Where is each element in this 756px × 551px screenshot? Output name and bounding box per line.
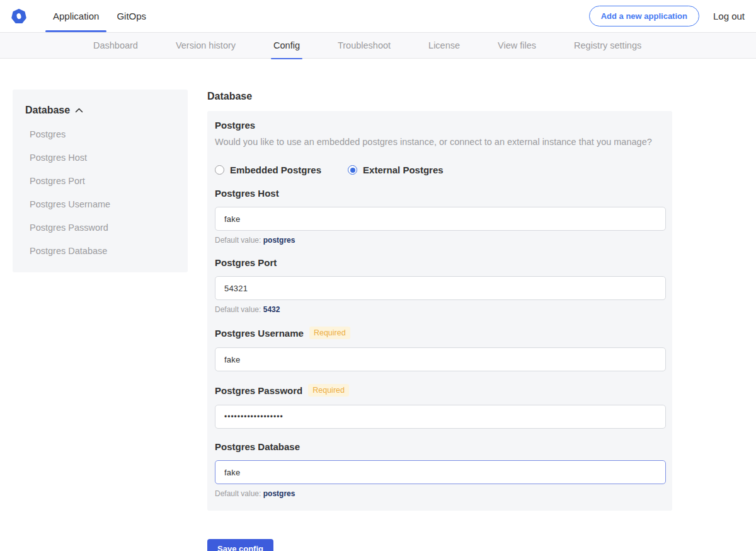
field-postgres-database: Postgres Database bbox=[215, 441, 666, 452]
sidebar-item-postgres-database[interactable]: Postgres Database bbox=[25, 246, 175, 256]
subnav-tab-view-files[interactable]: View files bbox=[498, 32, 536, 59]
config-sidebar: Database Postgres Postgres Host Postgres… bbox=[13, 90, 188, 272]
app-logo-icon bbox=[11, 9, 26, 24]
config-group-card: Postgres Would you like to use an embedd… bbox=[207, 111, 672, 511]
postgres-database-input[interactable] bbox=[215, 460, 666, 484]
field-postgres-port: Postgres Port bbox=[215, 257, 666, 268]
postgres-item-label: Postgres bbox=[215, 120, 666, 130]
default-prefix: Default value: bbox=[215, 305, 261, 314]
sidebar-item-postgres-port[interactable]: Postgres Port bbox=[25, 176, 175, 186]
sidebar-item-postgres[interactable]: Postgres bbox=[25, 129, 175, 139]
save-config-button[interactable]: Save config bbox=[207, 539, 273, 551]
postgres-password-label: Postgres Password bbox=[215, 385, 302, 396]
default-value: postgres bbox=[263, 489, 295, 498]
subnav-tab-troubleshoot[interactable]: Troubleshoot bbox=[338, 32, 391, 59]
sidebar-group-label: Database bbox=[25, 105, 70, 116]
sidebar-group-database[interactable]: Database bbox=[25, 105, 175, 116]
postgres-database-default: Default value: postgres bbox=[215, 489, 666, 498]
sidebar-item-postgres-host[interactable]: Postgres Host bbox=[25, 153, 175, 163]
subnav-tab-license[interactable]: License bbox=[428, 32, 460, 59]
postgres-host-label: Postgres Host bbox=[215, 188, 279, 199]
default-prefix: Default value: bbox=[215, 489, 261, 498]
top-bar: Application GitOps Add a new application… bbox=[0, 0, 756, 32]
postgres-port-default: Default value: 5432 bbox=[215, 305, 666, 314]
required-badge: Required bbox=[309, 327, 350, 339]
radio-embedded-postgres-label: Embedded Postgres bbox=[230, 165, 321, 175]
postgres-port-label: Postgres Port bbox=[215, 257, 277, 268]
app-subnav: Dashboard Version history Config Trouble… bbox=[0, 32, 756, 59]
postgres-help-text: Would you like to use an embedded postgr… bbox=[215, 137, 666, 147]
config-group-title: Database bbox=[207, 91, 672, 102]
radio-external-postgres[interactable]: External Postgres bbox=[348, 165, 444, 175]
radio-circle-icon bbox=[215, 165, 224, 175]
sidebar-item-postgres-password[interactable]: Postgres Password bbox=[25, 223, 175, 233]
field-postgres-username: Postgres Username Required bbox=[215, 327, 666, 339]
subnav-tab-version-history[interactable]: Version history bbox=[176, 32, 236, 59]
chevron-up-icon bbox=[75, 108, 83, 113]
postgres-username-input[interactable] bbox=[215, 347, 666, 371]
radio-embedded-postgres[interactable]: Embedded Postgres bbox=[215, 165, 321, 175]
radio-external-postgres-label: External Postgres bbox=[363, 165, 444, 175]
subnav-tab-dashboard[interactable]: Dashboard bbox=[93, 32, 138, 59]
tab-application[interactable]: Application bbox=[44, 0, 108, 32]
radio-circle-icon bbox=[348, 165, 357, 175]
tab-gitops[interactable]: GitOps bbox=[108, 0, 155, 32]
default-prefix: Default value: bbox=[215, 236, 261, 245]
config-main: Database Postgres Would you like to use … bbox=[207, 91, 672, 551]
subnav-tab-registry-settings[interactable]: Registry settings bbox=[574, 32, 641, 59]
default-value: postgres bbox=[263, 236, 295, 245]
postgres-host-input[interactable] bbox=[215, 207, 666, 231]
postgres-password-input[interactable] bbox=[215, 405, 666, 429]
field-postgres-password: Postgres Password Required bbox=[215, 384, 666, 397]
sidebar-item-postgres-username[interactable]: Postgres Username bbox=[25, 199, 175, 209]
postgres-host-default: Default value: postgres bbox=[215, 236, 666, 245]
postgres-username-label: Postgres Username bbox=[215, 328, 304, 339]
config-page: Database Postgres Postgres Host Postgres… bbox=[0, 59, 756, 550]
logout-button[interactable]: Log out bbox=[713, 11, 745, 21]
required-badge: Required bbox=[308, 384, 349, 397]
field-postgres-host: Postgres Host bbox=[215, 188, 666, 199]
postgres-port-input[interactable] bbox=[215, 276, 666, 300]
postgres-database-label: Postgres Database bbox=[215, 441, 300, 452]
add-application-button[interactable]: Add a new application bbox=[589, 6, 699, 26]
subnav-tab-config[interactable]: Config bbox=[273, 32, 300, 59]
postgres-radio-group: Embedded Postgres External Postgres bbox=[215, 165, 666, 175]
default-value: 5432 bbox=[263, 305, 280, 314]
